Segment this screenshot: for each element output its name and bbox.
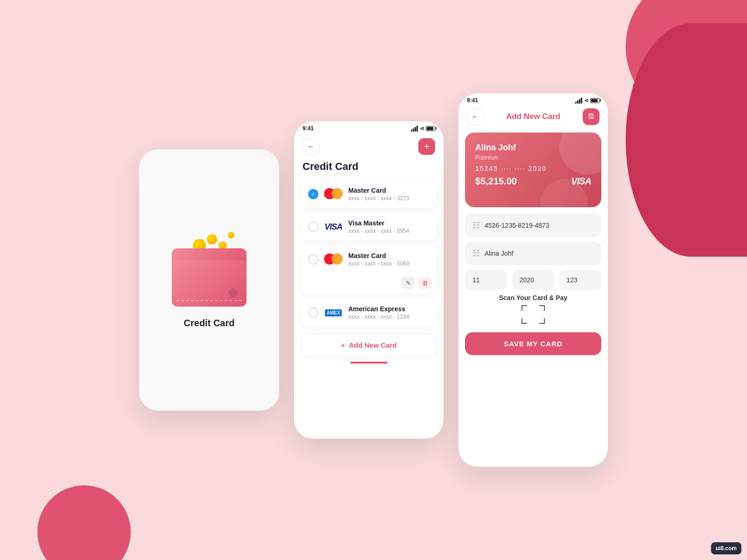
form-row-expiry-cvv: 11 2020 123 <box>465 270 601 290</box>
scan-frame[interactable] <box>521 305 545 324</box>
signal-bar-s3-4 <box>581 98 582 104</box>
amex-brand: AMEX <box>325 309 342 316</box>
edit-card-button[interactable]: ✎ <box>402 276 415 289</box>
card-info-2: Visa Master xxxx - xxxx - xxxx - 8954 <box>348 219 430 234</box>
card-info-1: Master Card xxxx - xxxx - xxxx - 3273 <box>348 187 430 202</box>
card-holder-value: Alina Johf <box>485 250 594 257</box>
screen2-title: Credit Card <box>294 159 444 180</box>
card-name-2: Visa Master <box>348 219 430 227</box>
watermark-text: ui8.com <box>716 545 737 552</box>
add-button[interactable]: + <box>418 138 435 155</box>
mc-circle-right <box>331 188 343 199</box>
save-my-card-button[interactable]: SAVE MY CARD <box>465 332 601 355</box>
card-number-3: xxxx - xxxx - xxxx - 5069 <box>348 260 430 267</box>
screen3-header: ← Add New Card 🖺 <box>458 104 608 129</box>
wallet-body <box>172 260 247 307</box>
scan-corner-br <box>539 318 545 324</box>
battery-fill <box>427 127 433 130</box>
screen-wallet: Credit Card <box>139 149 279 411</box>
status-icons-2: ⊲ <box>411 126 435 132</box>
card-number-value: 4526-1235-8219-4873 <box>485 222 594 229</box>
expiry-year-value: 2020 <box>520 276 547 284</box>
screen-card-list: 9:41 ⊲ ← + Credit Card <box>294 121 444 439</box>
card-name-1: Master Card <box>348 187 430 194</box>
signal-bars <box>411 126 418 132</box>
add-new-plus-icon: + <box>341 341 345 349</box>
visa-logo: VISA <box>324 220 343 233</box>
home-indicator-2 <box>294 357 444 366</box>
signal-bars-3 <box>575 98 582 104</box>
mastercard-logo-3 <box>324 253 343 266</box>
list-item[interactable]: VISA Visa Master xxxx - xxxx - xxxx - 89… <box>301 213 437 241</box>
scan-section: Scan Your Card & Pay <box>458 290 608 328</box>
card-info-4: American Express xxxx - xxxx - xxxx - 12… <box>348 305 430 320</box>
home-bar-2 <box>350 362 388 364</box>
watermark: ui8.com <box>711 542 741 554</box>
card-name-3: Master Card <box>348 252 430 259</box>
amex-logo: AMEX <box>324 306 343 319</box>
status-time-3: 9:41 <box>467 97 478 104</box>
screen3-title: Add New Card <box>506 112 560 121</box>
card-form: ☷ 4526-1235-8219-4873 ☷ Alina Johf 11 20… <box>458 214 608 290</box>
radio-unselected-2[interactable] <box>308 222 318 232</box>
save-icon-button[interactable]: 🖺 <box>583 108 599 125</box>
status-bar-2: 9:41 ⊲ <box>294 121 444 132</box>
wallet-clasp <box>229 288 238 297</box>
signal-bar-3 <box>415 127 416 132</box>
screen2-header: ← + <box>294 132 444 159</box>
battery-icon-3 <box>590 98 599 103</box>
list-item[interactable]: Master Card xxxx - xxxx - xxxx - 5069 ✎ … <box>301 245 437 294</box>
delete-card-button[interactable]: 🗑 <box>418 276 431 289</box>
card-holder-icon: ☷ <box>472 248 480 259</box>
signal-bar-s3-1 <box>575 102 577 104</box>
preview-balance: $5,215.00 <box>475 176 517 187</box>
screen-add-card: 9:41 ⊲ ← Add New Card 🖺 <box>458 93 608 467</box>
status-icons-3: ⊲ <box>575 98 599 104</box>
back-button-3[interactable]: ← <box>467 108 484 125</box>
bg-decoration-arc <box>626 23 747 257</box>
radio-unselected-4[interactable] <box>308 308 318 318</box>
status-time-2: 9:41 <box>303 125 314 132</box>
signal-bar-s3-2 <box>577 100 578 104</box>
add-new-label: Add New Card <box>349 341 397 349</box>
card-number-1: xxxx - xxxx - xxxx - 3273 <box>348 195 430 202</box>
add-new-card-button[interactable]: + Add New Card <box>301 333 437 357</box>
list-item[interactable]: AMEX American Express xxxx - xxxx - xxxx… <box>301 299 437 327</box>
signal-bar-2 <box>413 128 414 132</box>
card-number-2: xxxx - xxxx - xxxx - 8954 <box>348 228 430 234</box>
signal-bar-s3-3 <box>579 99 580 104</box>
mc-circle-right-3 <box>331 253 343 265</box>
radio-selected[interactable]: ✓ <box>308 189 318 199</box>
expiry-month-field[interactable]: 11 <box>465 270 507 290</box>
wifi-icon: ⊲ <box>420 126 424 132</box>
expiry-month-value: 11 <box>472 276 500 284</box>
card-holder-field[interactable]: ☷ Alina Johf <box>465 242 601 265</box>
visa-brand: VISA <box>324 222 342 232</box>
cvv-field[interactable]: 123 <box>559 270 601 290</box>
battery-icon <box>426 126 435 131</box>
card-number-icon: ☷ <box>472 220 480 231</box>
card-number-4: xxxx - xxxx - xxxx - 1234 <box>348 314 430 320</box>
mastercard-logo-1 <box>324 188 343 201</box>
list-item[interactable]: ✓ Master Card xxxx - xxxx - xxxx - 3273 <box>301 180 437 208</box>
coin-2 <box>207 234 217 245</box>
coin-4 <box>228 232 234 238</box>
scan-corner-tl <box>521 305 527 311</box>
card-info-3: Master Card xxxx - xxxx - xxxx - 5069 <box>348 252 430 267</box>
expiry-year-field[interactable]: 2020 <box>512 270 555 290</box>
card-actions: ✎ 🗑 <box>301 276 437 294</box>
radio-unselected-3[interactable] <box>308 254 318 265</box>
screen1-title: Credit Card <box>184 318 235 329</box>
wallet-illustration <box>167 232 251 307</box>
screens-container: Credit Card 9:41 ⊲ ← + <box>139 93 608 467</box>
card-name-4: American Express <box>348 305 430 313</box>
signal-bar-1 <box>411 130 412 132</box>
bg-decoration-circle-bottom <box>37 485 131 560</box>
battery-fill-3 <box>591 99 598 102</box>
card-number-field[interactable]: ☷ 4526-1235-8219-4873 <box>465 214 601 237</box>
card-list: ✓ Master Card xxxx - xxxx - xxxx - 3273 … <box>294 180 444 327</box>
card-inner-3: Master Card xxxx - xxxx - xxxx - 5069 <box>301 245 437 271</box>
scan-corner-bl <box>521 318 527 324</box>
wifi-icon-3: ⊲ <box>584 98 588 104</box>
back-button-2[interactable]: ← <box>303 138 319 155</box>
